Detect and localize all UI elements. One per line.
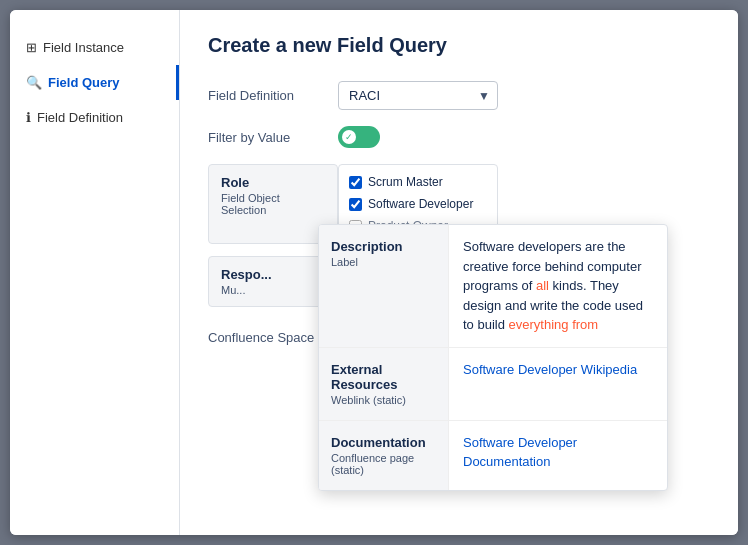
- toggle-container: ✓: [338, 126, 380, 148]
- field-area: Role Field Object Selection Scrum Master…: [208, 164, 710, 244]
- popup-documentation-link: Software Developer Documentation: [449, 421, 667, 490]
- software-developer-documentation-link[interactable]: Software Developer Documentation: [463, 433, 653, 472]
- field-definition-icon: ℹ: [26, 110, 31, 125]
- filter-by-value-row: Filter by Value ✓: [208, 126, 710, 148]
- toggle-check-icon: ✓: [342, 130, 356, 144]
- field-definition-select-wrapper: RACI ▼: [338, 81, 498, 110]
- role-card-title: Role: [221, 175, 325, 190]
- field-definition-select[interactable]: RACI: [338, 81, 498, 110]
- sidebar-item-field-definition[interactable]: ℹ Field Definition: [10, 100, 179, 135]
- checkbox-software-developer[interactable]: Software Developer: [349, 193, 487, 215]
- responsibility-card-title: Respo...: [221, 267, 325, 282]
- scrum-master-label: Scrum Master: [368, 175, 443, 189]
- filter-by-value-label: Filter by Value: [208, 130, 338, 145]
- highlight-everything: everything from: [509, 317, 599, 332]
- popup-description-text: Software developers are the creative for…: [449, 225, 667, 347]
- sidebar-item-label-field-instance: Field Instance: [43, 40, 124, 55]
- main-window: ⊞ Field Instance 🔍 Field Query ℹ Field D…: [10, 10, 738, 535]
- popup-external-title: External Resources: [331, 362, 436, 392]
- info-popup: Description Label Software developers ar…: [318, 224, 668, 491]
- popup-description-left: Description Label: [319, 225, 449, 347]
- popup-documentation-sub: Confluence page (static): [331, 452, 436, 476]
- filter-toggle[interactable]: ✓: [338, 126, 380, 148]
- sidebar-item-field-instance[interactable]: ⊞ Field Instance: [10, 30, 179, 65]
- highlight-all: all: [536, 278, 549, 293]
- popup-external-row: External Resources Weblink (static) Soft…: [319, 348, 667, 421]
- popup-description-title: Description: [331, 239, 436, 254]
- page-title: Create a new Field Query: [208, 34, 710, 57]
- popup-description-sub: Label: [331, 256, 436, 268]
- popup-external-left: External Resources Weblink (static): [319, 348, 449, 420]
- popup-external-link: Software Developer Wikipedia: [449, 348, 667, 420]
- popup-external-sub: Weblink (static): [331, 394, 436, 406]
- sidebar: ⊞ Field Instance 🔍 Field Query ℹ Field D…: [10, 10, 180, 535]
- field-query-icon: 🔍: [26, 75, 42, 90]
- sidebar-item-label-field-query: Field Query: [48, 75, 120, 90]
- checkbox-scrum-master[interactable]: Scrum Master: [349, 171, 487, 193]
- sidebar-item-field-query[interactable]: 🔍 Field Query: [10, 65, 179, 100]
- field-instance-icon: ⊞: [26, 40, 37, 55]
- software-developer-checkbox[interactable]: [349, 198, 362, 211]
- main-content: Create a new Field Query Field Definitio…: [180, 10, 738, 535]
- popup-description-row: Description Label Software developers ar…: [319, 225, 667, 348]
- software-developer-label: Software Developer: [368, 197, 473, 211]
- software-developer-wikipedia-link[interactable]: Software Developer Wikipedia: [463, 360, 653, 380]
- role-card-subtitle: Field Object Selection: [221, 192, 325, 216]
- popup-documentation-title: Documentation: [331, 435, 436, 450]
- field-definition-row: Field Definition RACI ▼: [208, 81, 710, 110]
- sidebar-item-label-field-definition: Field Definition: [37, 110, 123, 125]
- field-definition-label: Field Definition: [208, 88, 338, 103]
- popup-documentation-left: Documentation Confluence page (static): [319, 421, 449, 490]
- scrum-master-checkbox[interactable]: [349, 176, 362, 189]
- responsibility-card-subtitle: Mu...: [221, 284, 325, 296]
- popup-documentation-row: Documentation Confluence page (static) S…: [319, 421, 667, 490]
